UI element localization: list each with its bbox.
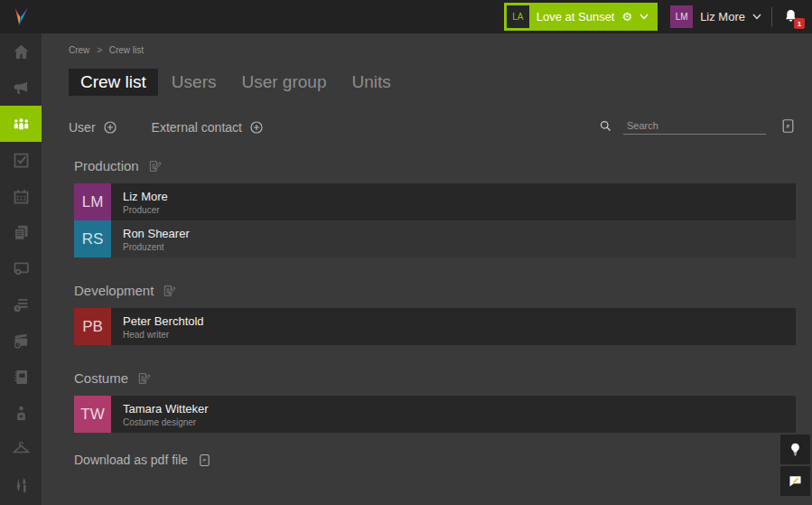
topbar-divider — [771, 7, 772, 27]
app-logo[interactable] — [0, 0, 42, 33]
section-header: Development — [74, 283, 796, 298]
breadcrumb-parent[interactable]: Crew — [69, 45, 89, 55]
calendar-icon — [12, 187, 31, 206]
crew-row[interactable]: LMLiz MoreProducer — [74, 183, 796, 220]
home-icon — [12, 42, 31, 61]
crew-info: Liz MoreProducer — [111, 183, 796, 220]
sidebar-item-costume[interactable] — [0, 431, 42, 467]
section-edit-icon[interactable] — [147, 159, 162, 173]
tab-user-group[interactable]: User group — [229, 69, 338, 96]
section-header: Costume — [74, 370, 796, 386]
user-name: Liz More — [700, 10, 745, 23]
avatar: LM — [74, 183, 111, 220]
shooting-days-icon — [12, 332, 31, 351]
user-avatar: LM — [670, 5, 693, 28]
crew-row[interactable]: RSRon ShearerProduzent — [74, 220, 796, 257]
notifications-button[interactable]: 1 — [782, 8, 799, 25]
section-costume: CostumeTWTamara WittekerCostume designer — [74, 370, 796, 433]
crew-name: Peter Berchtold — [123, 314, 796, 328]
breadcrumb-current[interactable]: Crew list — [109, 45, 144, 55]
export-pdf-icon[interactable]: P — [780, 118, 796, 134]
section-title: Development — [74, 283, 154, 298]
avatar: PB — [74, 308, 111, 345]
search-input[interactable] — [623, 117, 766, 135]
sidebar-item-calendar[interactable] — [0, 178, 42, 214]
sidebar — [0, 33, 42, 505]
sidebar-item-crew[interactable] — [0, 106, 42, 142]
chat-support-button[interactable] — [780, 466, 810, 496]
user-menu[interactable]: LM Liz More — [670, 5, 761, 28]
main-content: Crew > Crew list Crew listUsersUser grou… — [42, 33, 812, 505]
sidebar-item-schedule[interactable] — [0, 286, 42, 323]
add-actions: UserExternal contact — [69, 120, 298, 135]
makeup-icon — [12, 476, 31, 495]
project-selector[interactable]: LA Love at Sunset ⚙︎ — [504, 3, 658, 31]
sidebar-item-home[interactable] — [0, 33, 42, 70]
section-edit-icon[interactable] — [136, 371, 151, 386]
crew-role: Costume designer — [123, 417, 796, 427]
chevron-down-icon — [639, 14, 649, 20]
breadcrumb-separator: > — [97, 45, 102, 55]
megaphone-icon — [12, 79, 31, 98]
crew-info: Tamara WittekerCostume designer — [111, 396, 796, 433]
sidebar-item-script[interactable] — [0, 214, 42, 250]
avatar: TW — [74, 396, 111, 433]
search-icon — [599, 119, 612, 133]
media-icon — [12, 259, 31, 278]
project-settings-icon[interactable]: ⚙︎ — [621, 11, 632, 23]
chat-bubble-icon — [788, 473, 803, 489]
action-label: User — [69, 120, 96, 135]
add-user-button[interactable]: User — [69, 120, 117, 135]
plus-circle-icon — [249, 120, 264, 135]
sidebar-item-tasks[interactable] — [0, 142, 42, 178]
crew-icon — [12, 115, 31, 134]
tasks-icon — [12, 151, 31, 170]
crew-name: Tamara Witteker — [123, 402, 796, 416]
download-pdf-link[interactable]: Download as pdf file P — [74, 453, 211, 467]
sidebar-item-shooting-days[interactable] — [0, 323, 42, 359]
tab-users[interactable]: Users — [160, 69, 229, 96]
plus-circle-icon — [103, 120, 117, 135]
lightbulb-icon — [788, 442, 803, 457]
sidebar-item-production-book[interactable] — [0, 359, 42, 395]
crew-row[interactable]: TWTamara WittekerCostume designer — [74, 396, 796, 433]
crew-role: Produzent — [123, 242, 796, 252]
project-name: Love at Sunset — [537, 10, 615, 23]
sidebar-item-makeup[interactable] — [0, 467, 42, 503]
svg-text:P: P — [787, 125, 790, 129]
crew-role: Producer — [123, 205, 796, 215]
crew-name: Liz More — [123, 190, 796, 203]
crew-name: Ron Shearer — [123, 227, 796, 240]
action-label: External contact — [152, 120, 242, 135]
crew-sections: ProductionLMLiz MoreProducerRSRon Sheare… — [69, 158, 796, 433]
section-edit-icon[interactable] — [162, 284, 176, 298]
feedback-idea-button[interactable] — [780, 435, 810, 464]
section-header: Production — [74, 158, 796, 173]
crew-info: Ron ShearerProduzent — [111, 220, 796, 257]
sidebar-item-megaphone[interactable] — [0, 70, 42, 106]
floating-buttons — [780, 435, 810, 496]
crew-role: Head writer — [123, 330, 796, 340]
costume-icon — [12, 440, 31, 459]
tab-crew-list[interactable]: Crew list — [69, 69, 158, 96]
crew-info: Peter BerchtoldHead writer — [111, 308, 796, 345]
add-external-contact-button[interactable]: External contact — [152, 120, 264, 135]
project-avatar: LA — [507, 5, 529, 28]
section-title: Costume — [74, 370, 128, 386]
cast-icon — [12, 404, 31, 423]
script-icon — [12, 223, 31, 242]
schedule-icon — [12, 295, 31, 314]
sidebar-item-media[interactable] — [0, 250, 42, 286]
section-title: Production — [74, 158, 139, 173]
download-pdf-label: Download as pdf file — [74, 453, 188, 467]
yamdu-logo-icon — [9, 5, 33, 29]
action-row: UserExternal contact P — [69, 117, 796, 135]
avatar: RS — [74, 220, 111, 257]
pdf-file-icon: P — [198, 454, 211, 467]
crew-row[interactable]: PBPeter BerchtoldHead writer — [74, 308, 796, 345]
tab-bar: Crew listUsersUser groupUnits — [69, 69, 796, 96]
production-book-icon — [12, 368, 31, 387]
topbar-right: LA Love at Sunset ⚙︎ LM Liz More 1 — [504, 0, 812, 33]
sidebar-item-cast[interactable] — [0, 395, 42, 431]
tab-units[interactable]: Units — [340, 69, 402, 96]
